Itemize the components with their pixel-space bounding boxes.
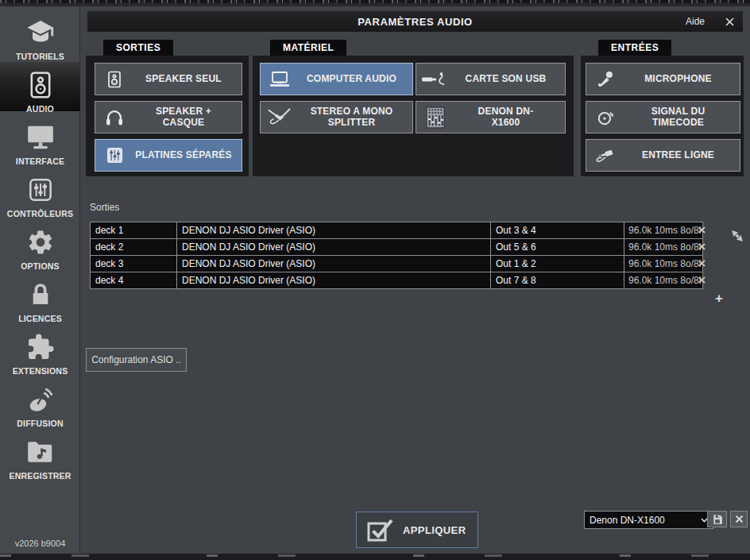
broadcast-dish-icon (25, 380, 56, 419)
sidebar-item-interface[interactable]: INTERFACE (0, 118, 80, 167)
save-icon (712, 514, 723, 525)
sidebar-item-diffusion[interactable]: DIFFUSION (0, 380, 80, 429)
tab-sorties[interactable]: SORTIES (103, 40, 173, 56)
deck-select[interactable]: deck 1 (90, 222, 188, 239)
sidebar-item-tutoriels[interactable]: TUTORIELS (0, 13, 80, 62)
channel-select[interactable]: Out 5 & 6 (490, 238, 636, 256)
driver-select[interactable]: DENON DJ ASIO Driver (ASIO) (176, 238, 502, 256)
sidebar-item-label: TUTORIELS (16, 52, 64, 62)
driver-value: DENON DJ ASIO Driver (ASIO) (182, 241, 486, 253)
sidebar-item-label: DIFFUSION (17, 419, 63, 429)
deck-value: deck 4 (95, 275, 172, 286)
deck-value: deck 1 (95, 225, 172, 236)
music-folder-icon (25, 432, 56, 471)
jack-plug-icon (586, 146, 624, 165)
signal-timecode-button[interactable]: SIGNAL DU TIMECODE (586, 101, 740, 133)
speaker-casque-button[interactable]: SPEAKER + CASQUE (95, 101, 242, 133)
entree-ligne-button[interactable]: ENTREE LIGNE (586, 139, 740, 172)
driver-select[interactable]: DENON DJ ASIO Driver (ASIO) (176, 255, 502, 272)
speaker-icon (95, 69, 133, 90)
preset-value: Denon DN-X1600 (590, 515, 698, 526)
sidebar-item-controleurs[interactable]: CONTRÔLEURS (0, 170, 80, 219)
remove-row-icon[interactable] (695, 255, 708, 271)
speaker-seul-button[interactable]: SPEAKER SEUL (95, 63, 242, 95)
sidebar-item-label: INTERFACE (16, 156, 64, 167)
remove-row-icon[interactable] (695, 238, 708, 254)
version-label: v2026 b9004 (0, 539, 80, 548)
sidebar-item-enregistrer[interactable]: ENREGISTRER (0, 432, 80, 481)
channel-select[interactable]: Out 1 & 2 (490, 255, 636, 272)
channel-select[interactable]: Out 3 & 4 (490, 222, 636, 239)
soundcard-preset-select[interactable]: Denon DN-X1600 (584, 511, 713, 529)
driver-value: DENON DJ ASIO Driver (ASIO) (182, 225, 486, 236)
waveform-remnant (0, 0, 750, 3)
stream-info: 96.0k 10ms 8o/8i (624, 272, 703, 289)
channel-value: Out 1 & 2 (496, 258, 620, 269)
add-output-button[interactable]: + (711, 291, 727, 307)
tab-materiel[interactable]: MATÉRIEL (270, 40, 346, 56)
carte-son-usb-button[interactable]: CARTE SON USB (416, 63, 566, 95)
lock-icon (28, 275, 53, 314)
background-app-top-strip (0, 0, 750, 6)
usb-cable-icon (416, 71, 454, 87)
computer-audio-button[interactable]: COMPUTER AUDIO (260, 63, 413, 95)
stream-info: 96.0k 10ms 8o/8i (624, 222, 703, 239)
deck-value: deck 2 (95, 241, 172, 253)
reset-outputs-icon[interactable] (728, 226, 747, 245)
mixer-pad-icon (95, 146, 133, 164)
channel-value: Out 7 & 8 (496, 275, 620, 286)
apply-label: APPLIQUER (403, 524, 466, 536)
remove-row-icon[interactable] (695, 222, 708, 238)
microphone-button[interactable]: MICROPHONE (586, 63, 740, 95)
graduation-cap-icon (25, 13, 56, 52)
sidebar-item-label: OPTIONS (21, 261, 60, 272)
dialog-title: PARAMÈTRES AUDIO (87, 16, 743, 28)
stereo-mono-splitter-button[interactable]: STEREO A MONO SPLITTER (260, 101, 413, 133)
sidebar-item-options[interactable]: OPTIONS (0, 222, 80, 272)
deck-select[interactable]: deck 4 (90, 272, 188, 289)
help-button[interactable]: Aide (686, 11, 705, 32)
denon-dnx1600-button[interactable]: DENON DN-X1600 (416, 101, 566, 133)
tab-entrees[interactable]: ENTRÉES (598, 40, 671, 56)
asio-config-button[interactable]: Configuration ASIO .. (86, 348, 187, 372)
driver-value: DENON DJ ASIO Driver (ASIO) (182, 258, 486, 269)
text-remnant (0, 554, 750, 557)
channel-select[interactable]: Out 7 & 8 (490, 272, 636, 289)
close-icon[interactable] (725, 11, 735, 32)
outputs-section-label: Sorties (90, 202, 119, 213)
driver-select[interactable]: DENON DJ ASIO Driver (ASIO) (176, 272, 502, 289)
sidebar-item-label: CONTRÔLEURS (7, 209, 73, 219)
apply-button[interactable]: APPLIQUER (356, 512, 478, 548)
background-app-bottom-strip (0, 554, 750, 560)
button-label: ENTREE LIGNE (642, 150, 714, 160)
vinyl-timecode-icon (586, 107, 624, 128)
channel-value: Out 3 & 4 (496, 225, 620, 236)
channel-value: Out 5 & 6 (496, 241, 620, 253)
button-label: DENON DN-X1600 (472, 106, 540, 128)
speaker-icon (28, 65, 53, 104)
cable-splitter-icon (261, 107, 299, 128)
deck-select[interactable]: deck 2 (90, 238, 188, 256)
save-preset-button[interactable] (707, 511, 727, 527)
puzzle-piece-icon (26, 327, 55, 366)
sidebar-item-licences[interactable]: LICENCES (0, 275, 80, 324)
button-label: PLATINES SÉPARÉS (135, 150, 231, 160)
platines-separes-button[interactable]: PLATINES SÉPARÉS (95, 139, 242, 172)
remove-row-icon[interactable] (695, 272, 708, 288)
audio-settings-window: TUTORIELS AUDIO INTERFACE CONTRÔLEURS OP (0, 0, 750, 560)
sidebar-item-label: AUDIO (26, 104, 54, 114)
sidebar-item-audio[interactable]: AUDIO (0, 65, 80, 114)
gear-icon (26, 222, 55, 261)
close-icon (735, 515, 744, 523)
sidebar-item-extensions[interactable]: EXTENSIONS (0, 327, 80, 377)
driver-select[interactable]: DENON DJ ASIO Driver (ASIO) (176, 222, 502, 239)
deck-select[interactable]: deck 3 (90, 255, 188, 272)
button-label: STEREO A MONO SPLITTER (299, 106, 404, 128)
button-label: CARTE SON USB (466, 74, 547, 84)
driver-value: DENON DJ ASIO Driver (ASIO) (182, 275, 486, 286)
mixer-sliders-icon (28, 170, 53, 209)
settings-sidebar: TUTORIELS AUDIO INTERFACE CONTRÔLEURS OP (0, 6, 80, 554)
mixer-photo-icon (416, 106, 454, 129)
remove-preset-button[interactable] (730, 511, 748, 527)
microphone-icon (586, 69, 624, 90)
